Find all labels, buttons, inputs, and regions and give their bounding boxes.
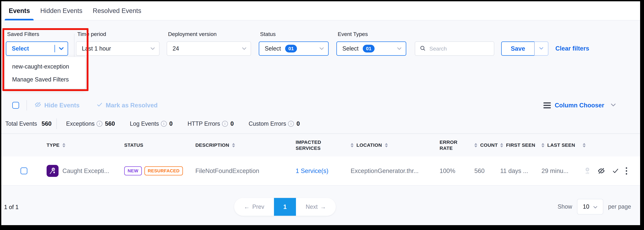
header-impacted-label: IMPACTED SERVICES — [296, 139, 331, 151]
http-errors-label: HTTP Errors — [188, 120, 220, 127]
header-actions-spacer — [583, 143, 640, 147]
row-location: ExceptionGenerator.thr... — [351, 167, 440, 174]
header-location[interactable]: LOCATION — [351, 142, 440, 148]
search-input[interactable] — [429, 45, 501, 52]
event-stats-bar: Total Events 560 Exceptions i 560 Log Ev… — [1, 118, 640, 130]
hide-events-label: Hide Events — [44, 102, 80, 109]
info-icon[interactable]: i — [161, 121, 167, 127]
header-type-label: TYPE — [46, 142, 60, 148]
chevron-down-icon — [59, 47, 64, 50]
page-number-button[interactable]: 1 — [274, 198, 296, 216]
save-split-button: Save — [501, 42, 548, 56]
row-error-rate: 100% — [440, 167, 474, 174]
event-types-select[interactable]: Select 01 — [336, 42, 406, 56]
header-status: STATUS — [124, 142, 195, 148]
header-impacted-services[interactable]: IMPACTED SERVICES — [296, 139, 351, 151]
info-icon[interactable]: i — [96, 121, 102, 127]
tab-events[interactable]: Events — [9, 1, 30, 20]
row-impacted-services-link[interactable]: 1 Service(s) — [296, 167, 351, 174]
save-options-button[interactable] — [534, 42, 548, 56]
per-page-select[interactable]: 10 — [577, 199, 603, 214]
stat-log-events: Log Events i 0 — [130, 120, 173, 127]
time-period-label: Time period — [77, 31, 160, 37]
time-period-group: Time period Last 1 hour — [76, 31, 160, 56]
header-description[interactable]: DESCRIPTION — [195, 142, 296, 148]
metrics-icon[interactable] — [584, 167, 591, 175]
header-type[interactable]: TYPE — [46, 142, 124, 148]
status-value: Select — [265, 45, 281, 52]
mark-resolved-button[interactable]: Mark as Resolved — [96, 102, 158, 109]
stat-exceptions: Exceptions i 560 — [66, 120, 115, 127]
chevron-down-icon — [150, 47, 155, 50]
sort-icon — [542, 143, 544, 147]
row-checkbox[interactable] — [20, 167, 27, 174]
row-status-cell: NEW RESURFACED — [124, 166, 195, 175]
header-location-label: LOCATION — [356, 142, 382, 148]
row-checkbox-cell — [1, 167, 46, 174]
event-types-count-badge: 01 — [363, 45, 374, 53]
row-type-cell: Caught Excepti... — [46, 165, 124, 177]
info-icon[interactable]: i — [288, 121, 294, 127]
events-content: Saved Filters Select new-caught-exceptio… — [1, 21, 640, 225]
select-all-checkbox[interactable] — [12, 102, 19, 109]
time-period-select[interactable]: Last 1 hour — [76, 42, 160, 56]
header-count[interactable]: COUNT — [474, 142, 500, 148]
row-type-label: Caught Excepti... — [62, 167, 109, 174]
search-box — [415, 42, 494, 56]
hide-events-button[interactable]: Hide Events — [34, 101, 80, 109]
per-page-control: Show 10 per page — [558, 197, 631, 216]
status-badge-resurfaced: RESURFACED — [144, 166, 183, 175]
filter-separator — [74, 34, 74, 57]
check-icon — [96, 102, 103, 109]
kebab-menu-icon[interactable] — [626, 167, 627, 175]
header-count-label: COUNT — [480, 142, 498, 148]
header-last-seen[interactable]: LAST SEEN — [542, 142, 583, 148]
sort-icon — [474, 143, 477, 147]
hide-event-icon[interactable] — [597, 167, 605, 174]
mark-resolved-label: Mark as Resolved — [106, 102, 158, 109]
row-last-seen: 29 minu... — [542, 167, 583, 174]
dropdown-item-new-caught-exception[interactable]: new-caught-exception — [5, 60, 86, 73]
tab-hidden-events[interactable]: Hidden Events — [40, 1, 82, 20]
event-types-value: Select — [342, 45, 358, 52]
pager: ← Prev 1 Next → — [234, 198, 336, 216]
save-button[interactable]: Save — [501, 42, 534, 56]
prev-page-button[interactable]: ← Prev — [234, 198, 274, 216]
deployment-version-select[interactable]: 24 — [167, 42, 251, 56]
exceptions-label: Exceptions — [66, 120, 94, 127]
resolve-event-icon[interactable] — [612, 168, 619, 174]
caught-exception-icon — [46, 165, 58, 177]
next-page-button[interactable]: Next → — [296, 198, 336, 216]
tab-resolved-events[interactable]: Resolved Events — [93, 1, 141, 20]
stat-http-errors: HTTP Errors i 0 — [188, 120, 234, 127]
chevron-down-icon — [593, 203, 598, 210]
event-types-group: Event Types Select 01 — [336, 31, 406, 56]
arrow-right-icon: → — [320, 203, 326, 210]
clear-filters-link[interactable]: Clear filters — [555, 45, 589, 52]
column-chooser-button[interactable]: Column Chooser — [544, 102, 616, 109]
header-first-seen[interactable]: FIRST SEEN — [500, 142, 542, 148]
status-badge-new: NEW — [124, 166, 142, 175]
header-status-label: STATUS — [124, 142, 143, 148]
header-error-rate[interactable]: ERROR RATE — [440, 139, 474, 151]
custom-errors-value: 0 — [296, 120, 300, 127]
search-icon — [420, 45, 426, 52]
prev-label: Prev — [252, 203, 264, 210]
saved-filters-select[interactable]: Select — [6, 42, 68, 56]
action-separator — [26, 100, 27, 110]
deployment-version-label: Deployment version — [168, 31, 251, 37]
log-events-value: 0 — [169, 120, 173, 127]
dropdown-item-manage-saved-filters[interactable]: Manage Saved Filters — [5, 73, 86, 86]
page-summary: 1 of 1 — [4, 204, 18, 210]
chevron-down-icon — [397, 47, 402, 50]
info-icon[interactable]: i — [222, 121, 228, 127]
eye-slash-icon — [34, 101, 42, 109]
exceptions-value: 560 — [105, 120, 115, 127]
event-row[interactable]: Caught Excepti... NEW RESURFACED FileNot… — [1, 156, 640, 186]
tab-hidden-events-label: Hidden Events — [40, 7, 82, 15]
sort-icon — [385, 143, 388, 147]
stat-custom-errors: Custom Errors i 0 — [248, 120, 300, 127]
status-select[interactable]: Select 01 — [259, 42, 329, 56]
status-group: Status Select 01 — [259, 31, 329, 56]
events-table-header: TYPE STATUS DESCRIPTION IMPACTED SERVICE… — [1, 134, 640, 156]
